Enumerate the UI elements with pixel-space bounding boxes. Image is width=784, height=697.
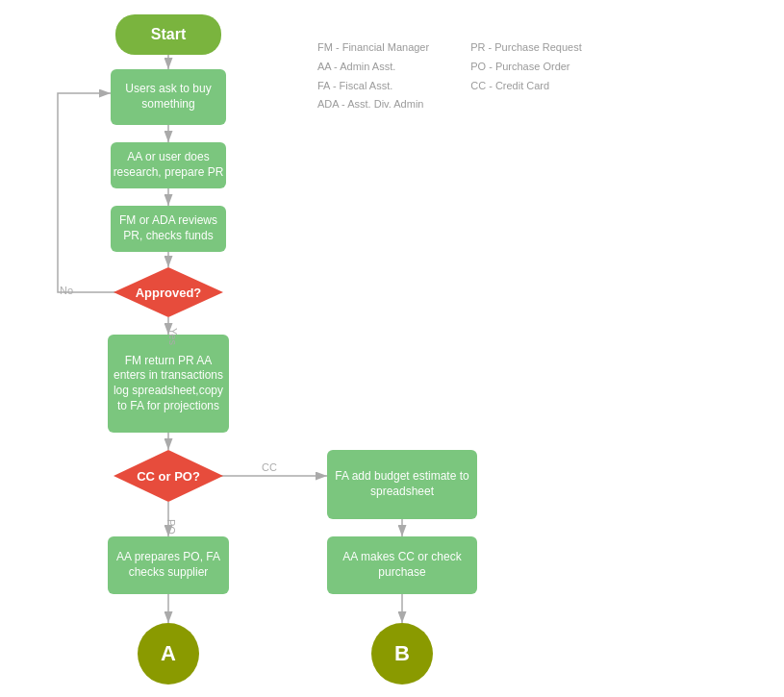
yes-label: Yes [167,328,179,345]
step7-node: AA makes CC or check purchase [327,536,477,594]
terminal-b: B [371,623,433,685]
start-node: Start [115,14,221,55]
ccorpo-diamond: CC or PO? [114,450,223,502]
step2-node: AA or user does research, prepare PR [111,142,226,188]
terminal-a: A [138,623,199,685]
po-label: PO [165,519,177,535]
step5-node: FA add budget estimate to spreadsheet [327,450,477,519]
legend-col1: FM - Financial Manager AA - Admin Asst. … [317,38,429,114]
step4-node: FM return PR AA enters in transactions l… [108,335,229,433]
approved-diamond: Approved? [114,267,223,317]
cc-label: CC [262,461,277,473]
legend: FM - Financial Manager AA - Admin Asst. … [317,38,620,114]
no-label: No [60,285,73,296]
step3-node: FM or ADA reviews PR, checks funds [111,206,226,252]
step1-node: Users ask to buy something [111,69,226,125]
legend-col2: PR - Purchase Request PO - Purchase Orde… [470,38,582,95]
step6-node: AA prepares PO, FA checks supplier [108,536,229,594]
